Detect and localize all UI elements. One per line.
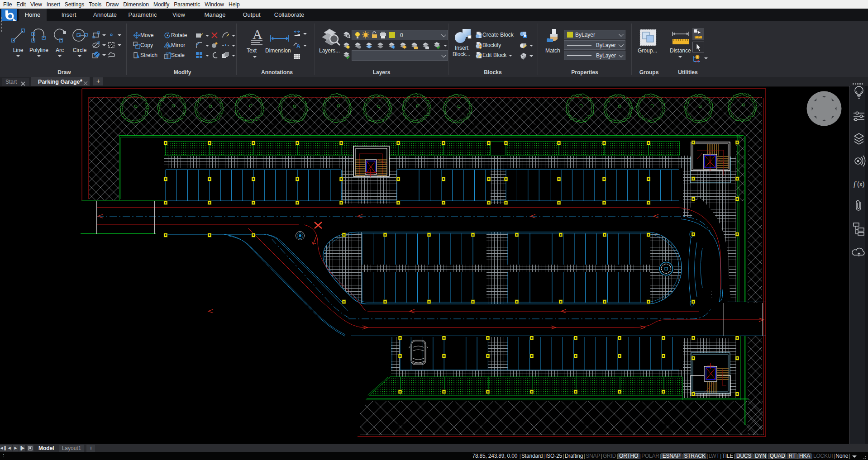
svg-text:A: A bbox=[253, 27, 262, 42]
svg-text:A: A bbox=[296, 43, 300, 49]
svg-text:f: f bbox=[854, 180, 857, 188]
svg-text:(x): (x) bbox=[857, 180, 864, 188]
